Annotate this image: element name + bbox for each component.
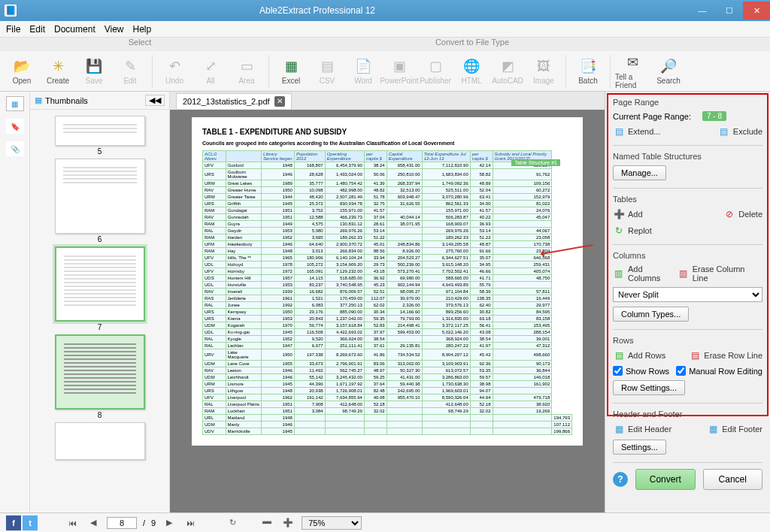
thumbnail-8[interactable]: 8 (33, 334, 166, 419)
thumbnail-6[interactable]: 6 (33, 159, 166, 243)
left-rail: ▦ 🔖 📎 (0, 92, 30, 512)
split-select[interactable]: Never Split (613, 287, 762, 302)
batch-button[interactable]: 📑Batch (571, 53, 605, 90)
open-button[interactable]: 📂Open (5, 53, 39, 90)
erase-column-icon: ▥ (678, 268, 690, 280)
help-button[interactable]: ? (613, 472, 628, 487)
attachment-button[interactable]: 📎 (6, 141, 24, 156)
menu-file[interactable]: File (6, 24, 20, 35)
zoom-out-button[interactable]: ➖ (259, 515, 274, 530)
doc-tab-label: 2012_13statistics_2.pdf (183, 97, 270, 106)
menu-edit[interactable]: Edit (29, 24, 45, 35)
doc-tab[interactable]: 2012_13statistics_2.pdf ✕ (176, 93, 292, 109)
right-panel: Page Range Current Page Range: 7 - 8 ▤Ex… (605, 92, 770, 512)
prev-page-button[interactable]: ◀ (86, 515, 101, 530)
erase-row-button[interactable]: ▤Erase Row Line (689, 349, 762, 361)
bookmark-button[interactable]: 🔖 (6, 119, 24, 134)
select-label: Select (0, 38, 174, 51)
convert-label: Convert to File Type (174, 38, 770, 51)
csv-icon: ▤ (318, 57, 336, 75)
data-table: ACLG Abrev.Library Service beganPopulati… (202, 150, 572, 435)
thumbnails-collapse-button[interactable]: ◀◀ (145, 95, 165, 106)
current-range-label: Current Page Range: (613, 112, 691, 121)
area-button[interactable]: ▭Area (229, 53, 264, 90)
thumbnail-next[interactable] (33, 422, 166, 460)
zoom-in-button[interactable]: ➕ (280, 515, 296, 530)
column-types-button[interactable]: Column Types... (613, 307, 689, 322)
convert-button[interactable]: Convert (635, 469, 696, 490)
add-icon: ➕ (613, 208, 625, 220)
save-button[interactable]: 💾Save (77, 53, 111, 90)
csv-button[interactable]: ▤CSV (310, 53, 344, 90)
excel-icon: ▦ (282, 57, 300, 75)
manage-button[interactable]: Manage... (613, 165, 666, 180)
thumbnail-7[interactable]: 7 (33, 246, 166, 331)
undo-icon: ↶ (165, 57, 183, 75)
thumbnails-icon: ▦ (35, 95, 42, 105)
app-title: Able2Extract Professional 12 (21, 5, 689, 16)
edit-footer-button[interactable]: ▦Edit Footer (707, 423, 762, 435)
excel-button[interactable]: ▦Excel (274, 53, 308, 90)
menu-document[interactable]: Document (54, 24, 95, 35)
delete-icon: ⊘ (723, 208, 735, 220)
image-button[interactable]: 🖼Image (526, 53, 561, 90)
table-title: TABLE 1 - EXPENDITURE AND SUBSIDY (202, 128, 572, 136)
search-button[interactable]: 🔎Search (651, 53, 686, 90)
manual-row-checkbox[interactable]: Manual Row Editing (676, 366, 762, 376)
minimize-button[interactable]: — (689, 2, 716, 20)
word-button[interactable]: 📄Word (346, 53, 380, 90)
erase-column-button[interactable]: ▥Erase Column Line (678, 264, 762, 283)
html-button[interactable]: 🌐HTML (454, 53, 489, 90)
doc-tab-close-button[interactable]: ✕ (274, 96, 285, 107)
delete-table-button[interactable]: ⊘Delete (723, 208, 762, 220)
document-page: TABLE 1 - EXPENDITURE AND SUBSIDY Counci… (192, 117, 583, 446)
page-sep: / (143, 518, 145, 527)
next-page-button[interactable]: ▶ (162, 515, 177, 530)
publisher-button[interactable]: ▢Publisher (418, 53, 453, 90)
edit-header-button[interactable]: ▦Edit Header (613, 423, 671, 435)
last-page-button[interactable]: ⏭ (183, 515, 198, 530)
replot-icon: ↻ (613, 225, 625, 237)
columns-title: Columns (613, 251, 762, 260)
extend-button[interactable]: ▤Extend... (613, 125, 660, 138)
tellfriend-button[interactable]: ✉Tell a Friend (615, 53, 650, 90)
add-columns-button[interactable]: ▥Add Columns (613, 264, 678, 283)
edit-button[interactable]: ✎Edit (113, 53, 147, 90)
facebook-button[interactable]: f (6, 515, 21, 530)
cancel-button[interactable]: Cancel (703, 469, 763, 490)
thumbnail-5[interactable]: 5 (33, 116, 166, 156)
menu-view[interactable]: View (105, 24, 124, 35)
toolbar-section-labels: Select Convert to File Type (0, 38, 770, 51)
maximize-button[interactable]: ☐ (716, 2, 743, 20)
exclude-button[interactable]: ▤Exclude (718, 125, 762, 138)
menu-help[interactable]: Help (133, 24, 152, 35)
doc-viewport[interactable]: TABLE 1 - EXPENDITURE AND SUBSIDY Counci… (170, 110, 605, 512)
add-table-button[interactable]: ➕Add (613, 208, 643, 220)
tables-title: Tables (613, 195, 762, 204)
zoom-select[interactable]: 75% (302, 516, 362, 530)
new-icon: ✳ (49, 57, 67, 75)
first-page-button[interactable]: ⏮ (65, 515, 80, 530)
document-area: 2012_13statistics_2.pdf ✕ TABLE 1 - EXPE… (170, 92, 605, 512)
thumbnails-title: Thumbnails (45, 96, 88, 105)
page-input[interactable] (107, 517, 137, 529)
close-button[interactable]: ✕ (743, 2, 770, 20)
powerpoint-button[interactable]: ▣PowerPoint (382, 53, 417, 90)
grid-view-button[interactable]: ▦ (6, 96, 24, 111)
show-rows-checkbox[interactable]: Show Rows (613, 366, 669, 376)
all-button[interactable]: ⤢All (193, 53, 228, 90)
row-settings-button[interactable]: Row Settings... (613, 380, 685, 395)
hf-settings-button[interactable]: Settings... (613, 440, 666, 455)
mail-icon: ✉ (623, 53, 641, 71)
add-rows-button[interactable]: ▤Add Rows (613, 349, 665, 361)
toolbar: 📂Open ✳Create 💾Save ✎Edit ↶Undo ⤢All ▭Ar… (0, 51, 770, 92)
autocad-icon: ◩ (499, 57, 517, 75)
autocad-button[interactable]: ◩AutoCAD (490, 53, 525, 90)
twitter-button[interactable]: t (23, 515, 38, 530)
menu-bar: File Edit Document View Help (0, 21, 770, 38)
undo-button[interactable]: ↶Undo (157, 53, 192, 90)
rotate-button[interactable]: ↻ (225, 515, 240, 530)
create-button[interactable]: ✳Create (41, 53, 75, 90)
replot-button[interactable]: ↻Replot (613, 225, 762, 237)
select-all-icon: ⤢ (202, 57, 220, 75)
